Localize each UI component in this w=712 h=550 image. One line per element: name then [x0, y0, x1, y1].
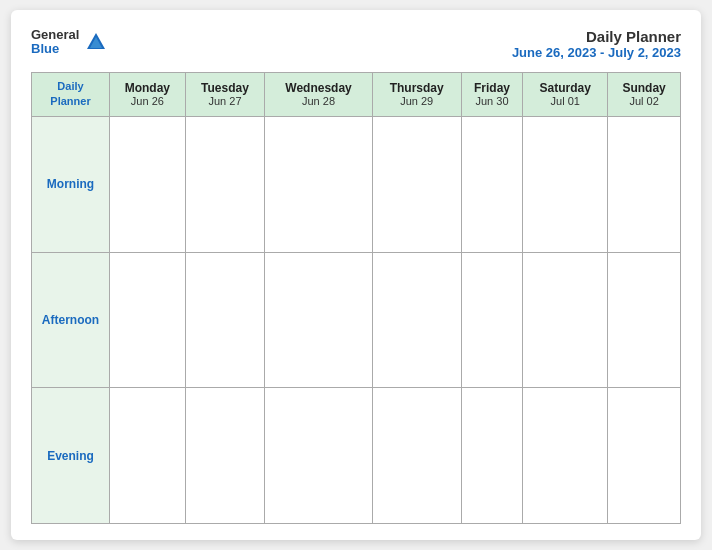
header-row: DailyPlanner Monday Jun 26 Tuesday Jun 2…	[32, 73, 681, 117]
wednesday-date: Jun 28	[267, 95, 370, 107]
saturday-date: Jul 01	[525, 95, 605, 107]
header: General Blue Daily Planner June 26, 2023…	[31, 28, 681, 60]
afternoon-thursday-cell[interactable]	[372, 252, 461, 388]
evening-wednesday-cell[interactable]	[265, 388, 373, 524]
morning-saturday-cell[interactable]	[523, 116, 608, 252]
logo-text: General Blue	[31, 28, 79, 57]
thursday-label: Thursday	[375, 81, 459, 95]
monday-date: Jun 26	[112, 95, 183, 107]
friday-label: Friday	[464, 81, 521, 95]
daily-planner-label: DailyPlanner	[50, 80, 90, 107]
sunday-date: Jul 02	[610, 95, 678, 107]
evening-label: Evening	[32, 388, 110, 524]
morning-friday-cell[interactable]	[461, 116, 523, 252]
title-main: Daily Planner	[512, 28, 681, 45]
afternoon-tuesday-cell[interactable]	[185, 252, 264, 388]
col-friday: Friday Jun 30	[461, 73, 523, 117]
col-sunday: Sunday Jul 02	[608, 73, 681, 117]
col-wednesday: Wednesday Jun 28	[265, 73, 373, 117]
logo-icon	[85, 31, 107, 53]
tuesday-date: Jun 27	[188, 95, 262, 107]
evening-friday-cell[interactable]	[461, 388, 523, 524]
morning-monday-cell[interactable]	[110, 116, 186, 252]
afternoon-label: Afternoon	[32, 252, 110, 388]
morning-label: Morning	[32, 116, 110, 252]
afternoon-saturday-cell[interactable]	[523, 252, 608, 388]
col-tuesday: Tuesday Jun 27	[185, 73, 264, 117]
afternoon-wednesday-cell[interactable]	[265, 252, 373, 388]
logo-blue: Blue	[31, 42, 79, 56]
col-thursday: Thursday Jun 29	[372, 73, 461, 117]
col-daily-planner: DailyPlanner	[32, 73, 110, 117]
title-area: Daily Planner June 26, 2023 - July 2, 20…	[512, 28, 681, 60]
tuesday-label: Tuesday	[188, 81, 262, 95]
friday-date: Jun 30	[464, 95, 521, 107]
col-saturday: Saturday Jul 01	[523, 73, 608, 117]
afternoon-friday-cell[interactable]	[461, 252, 523, 388]
morning-tuesday-cell[interactable]	[185, 116, 264, 252]
title-sub: June 26, 2023 - July 2, 2023	[512, 45, 681, 60]
evening-thursday-cell[interactable]	[372, 388, 461, 524]
afternoon-sunday-cell[interactable]	[608, 252, 681, 388]
monday-label: Monday	[112, 81, 183, 95]
col-monday: Monday Jun 26	[110, 73, 186, 117]
thursday-date: Jun 29	[375, 95, 459, 107]
evening-monday-cell[interactable]	[110, 388, 186, 524]
evening-row: Evening	[32, 388, 681, 524]
logo-general: General	[31, 28, 79, 42]
sunday-label: Sunday	[610, 81, 678, 95]
saturday-label: Saturday	[525, 81, 605, 95]
evening-sunday-cell[interactable]	[608, 388, 681, 524]
morning-sunday-cell[interactable]	[608, 116, 681, 252]
logo-area: General Blue	[31, 28, 107, 57]
page: General Blue Daily Planner June 26, 2023…	[11, 10, 701, 540]
morning-wednesday-cell[interactable]	[265, 116, 373, 252]
afternoon-row: Afternoon	[32, 252, 681, 388]
evening-tuesday-cell[interactable]	[185, 388, 264, 524]
evening-saturday-cell[interactable]	[523, 388, 608, 524]
afternoon-monday-cell[interactable]	[110, 252, 186, 388]
morning-row: Morning	[32, 116, 681, 252]
calendar-table: DailyPlanner Monday Jun 26 Tuesday Jun 2…	[31, 72, 681, 524]
wednesday-label: Wednesday	[267, 81, 370, 95]
morning-thursday-cell[interactable]	[372, 116, 461, 252]
